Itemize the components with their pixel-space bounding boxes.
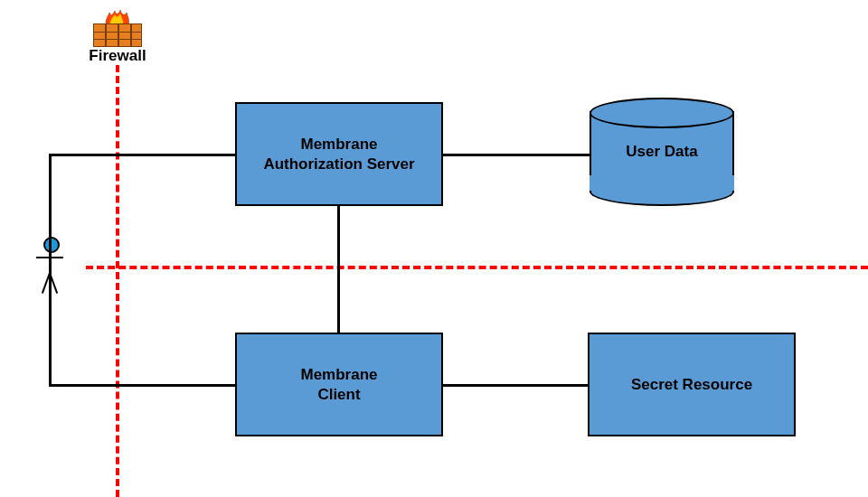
architecture-diagram: Firewall Membrane Authorization Server M…: [0, 0, 868, 497]
firewall-label: Firewall: [83, 47, 152, 65]
node-user-data: User Data: [590, 98, 734, 206]
conn-client-to-secretresource: [443, 384, 588, 387]
conn-actor-to-client: [49, 384, 235, 387]
conn-actor-to-authserver: [49, 154, 235, 156]
conn-authserver-to-client: [337, 206, 340, 333]
node-membrane-client: Membrane Client: [235, 333, 443, 436]
node-label: Secret Resource: [631, 375, 752, 394]
node-label: User Data: [626, 143, 697, 161]
firewall-vertical-line: [116, 65, 119, 497]
node-membrane-authorization-server: Membrane Authorization Server: [235, 102, 443, 206]
conn-actor-vertical: [49, 154, 52, 387]
node-label: Membrane Client: [300, 365, 377, 404]
node-secret-resource: Secret Resource: [588, 333, 796, 436]
firewall-horizontal-line: [86, 266, 868, 269]
node-label: Membrane Authorization Server: [263, 135, 414, 173]
conn-authserver-to-userdata: [443, 154, 590, 156]
firewall-icon: [93, 14, 142, 47]
